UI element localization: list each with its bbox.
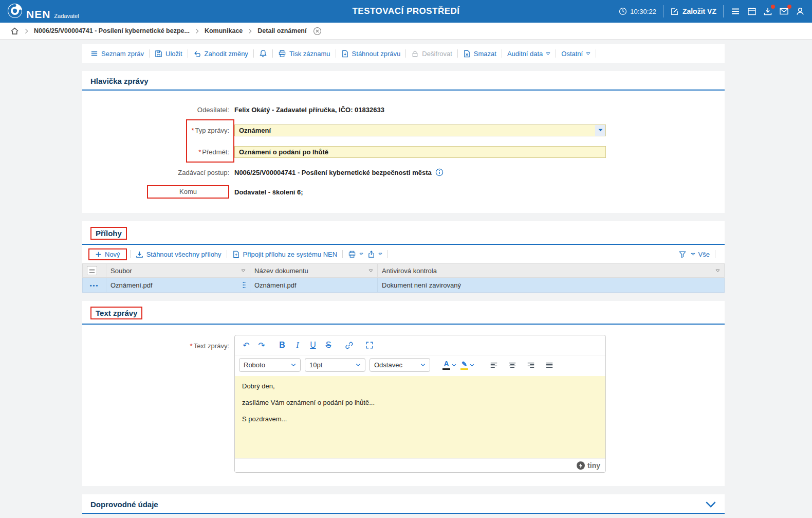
- table-settings-icon[interactable]: [87, 266, 97, 275]
- procedure-row: Zadávací postup: N006/25/V00004741 - Pos…: [82, 163, 725, 182]
- delete-button[interactable]: Smazat: [461, 50, 499, 58]
- column-header-icon[interactable]: [83, 264, 106, 278]
- info-icon[interactable]: [435, 168, 444, 176]
- messages-button[interactable]: [779, 7, 789, 16]
- subject-input[interactable]: [234, 146, 606, 158]
- editor-paragraph: zasíláme Vám oznámení o podání po lhůtě.…: [242, 399, 598, 406]
- redo-icon[interactable]: ↷: [254, 338, 269, 352]
- downloads-button[interactable]: [763, 7, 772, 16]
- print-record-button[interactable]: Tisk záznamu: [276, 50, 333, 58]
- message-list-button[interactable]: Seznam zpráv: [88, 50, 146, 58]
- required-marker: *: [198, 148, 201, 156]
- editor-toolbar-row2: Roboto 10pt Odstavec A: [235, 355, 605, 376]
- column-header-antivir[interactable]: Antivirová kontrola: [378, 264, 725, 278]
- attachment-row[interactable]: ••• Oznámení.pdf Oznámení.pdf Dokument n…: [83, 278, 725, 293]
- toolbar-separator: [387, 250, 388, 258]
- antivirus-cell[interactable]: Dokument není zavirovaný: [378, 278, 725, 293]
- audit-data-button[interactable]: Auditní data: [505, 50, 552, 58]
- save-button[interactable]: Uložit: [153, 50, 184, 58]
- logo-subtitle: Zadavatel: [54, 13, 79, 19]
- toolbar-separator: [188, 49, 188, 58]
- chevron-right-icon: [25, 28, 28, 34]
- message-type-input[interactable]: [234, 124, 606, 136]
- attach-from-nen-button[interactable]: Připojit přílohu ze systému NEN: [230, 251, 340, 258]
- italic-icon[interactable]: I: [290, 338, 305, 352]
- calendar-button[interactable]: [747, 7, 756, 16]
- font-size-value: 10pt: [309, 361, 322, 369]
- download-message-button[interactable]: Stáhnout zprávu: [339, 50, 403, 58]
- row-menu-icon[interactable]: •••: [90, 282, 99, 289]
- section-head: Hlavička zprávy: [82, 71, 725, 91]
- align-right-icon[interactable]: [524, 359, 538, 372]
- chevron-right-icon: [195, 28, 199, 34]
- audit-data-label: Auditní data: [507, 50, 543, 58]
- block-format-select[interactable]: Odstavec: [370, 358, 430, 372]
- toolbar-separator: [227, 250, 227, 258]
- fullscreen-icon[interactable]: [362, 338, 377, 352]
- link-icon[interactable]: [342, 338, 356, 352]
- chevron-down-icon: [291, 363, 296, 367]
- download-all-attachments-button[interactable]: Stáhnout všechny přílohy: [134, 251, 224, 258]
- new-attachment-button[interactable]: Nový: [93, 251, 122, 258]
- sender-label: Odesílatel:: [82, 106, 234, 114]
- column-filter-icon[interactable]: [241, 269, 246, 273]
- close-icon[interactable]: [313, 27, 322, 35]
- toolbar-separator: [342, 250, 343, 258]
- align-center-icon[interactable]: [505, 359, 520, 372]
- other-button[interactable]: Ostatní: [559, 50, 593, 58]
- drag-handle-icon[interactable]: [243, 281, 246, 289]
- export-attachments-button[interactable]: [365, 251, 384, 258]
- logo-text: NEN: [26, 9, 50, 20]
- column-filter-icon[interactable]: [368, 269, 373, 273]
- section-title-doprovodne: Doprovodné údaje: [90, 500, 158, 509]
- column-filter-icon[interactable]: [715, 269, 720, 273]
- expand-chevron-icon[interactable]: [705, 501, 716, 508]
- text-color-button[interactable]: A: [442, 360, 456, 370]
- menu-button[interactable]: [730, 7, 741, 16]
- align-justify-icon[interactable]: [542, 359, 557, 372]
- file-cell[interactable]: Oznámení.pdf: [106, 278, 250, 293]
- chevron-down-icon: [546, 52, 550, 56]
- print-attachments-button[interactable]: [346, 251, 365, 258]
- highlight-color-button[interactable]: ✎: [460, 361, 474, 370]
- font-family-select[interactable]: Roboto: [239, 358, 301, 372]
- bold-icon[interactable]: B: [275, 338, 289, 352]
- section-head[interactable]: Doprovodné údaje: [82, 494, 725, 514]
- required-marker: *: [191, 127, 194, 134]
- message-header-form: Odesílatel: Felix Okátý - Zadavatel přír…: [82, 91, 725, 213]
- subject-field-cell: [234, 146, 725, 158]
- discard-changes-button[interactable]: Zahodit změny: [191, 50, 250, 58]
- breadcrumb-item-komunikace[interactable]: Komunikace: [205, 27, 243, 34]
- message-type-select[interactable]: [234, 124, 606, 136]
- editor-content-area[interactable]: Dobrý den, zasíláme Vám oznámení o podán…: [235, 376, 605, 458]
- column-header-soubor[interactable]: Soubor: [106, 264, 250, 278]
- view-all-filter-button[interactable]: Vše: [689, 251, 712, 258]
- undo-icon[interactable]: ↶: [239, 338, 253, 352]
- section-title-hlavicka: Hlavička zprávy: [90, 77, 149, 85]
- nen-home-link[interactable]: NEN Zadavatel: [0, 3, 79, 20]
- column-header-nazev[interactable]: Název dokumentu: [250, 264, 378, 278]
- profile-button[interactable]: [796, 7, 805, 16]
- combo-chevron-icon[interactable]: [595, 125, 605, 136]
- editor-paragraph: Dobrý den,: [242, 382, 598, 390]
- filter-button[interactable]: [676, 251, 689, 258]
- toolbar-separator: [272, 49, 273, 58]
- section-title-text-zpravy: Text zprávy: [90, 307, 142, 319]
- notifications-button[interactable]: [257, 49, 269, 58]
- document-name-cell[interactable]: Oznámení.pdf: [250, 278, 378, 293]
- toolbar-separator: [596, 49, 596, 58]
- list-icon: [90, 50, 98, 58]
- chevron-down-icon: [586, 52, 590, 56]
- underline-icon[interactable]: U: [306, 338, 320, 352]
- row-menu-cell[interactable]: •••: [83, 278, 106, 293]
- attachments-toolbar: Nový Stáhnout všechny přílohy Připojit p…: [82, 245, 725, 263]
- breadcrumb-item-procedure[interactable]: N006/25/V00004741 - Posílení kybernetick…: [34, 27, 190, 34]
- home-button[interactable]: [10, 27, 19, 35]
- strikethrough-icon[interactable]: S: [321, 338, 336, 352]
- clock-icon: [619, 7, 627, 15]
- font-size-select[interactable]: 10pt: [305, 358, 365, 372]
- align-left-icon[interactable]: [487, 359, 501, 372]
- breadcrumb-item-current: Detail oznámení: [257, 27, 306, 34]
- tiny-logo-icon: [577, 461, 585, 470]
- create-vz-button[interactable]: Založit VZ: [670, 7, 716, 16]
